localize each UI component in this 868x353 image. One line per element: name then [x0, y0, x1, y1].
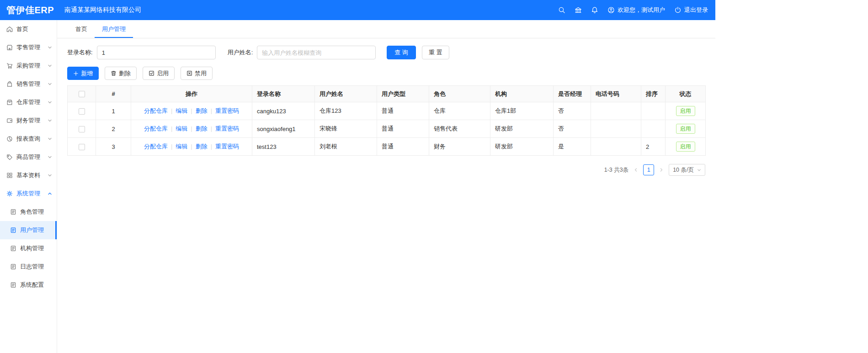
user-menu[interactable]: 欢迎您，测试用户: [607, 6, 665, 14]
separator: [211, 125, 212, 132]
chevron-down-icon: [48, 45, 52, 50]
reset-password-link[interactable]: 重置密码: [215, 143, 239, 150]
table-toolbar: 新增 删除 启用 禁用: [67, 67, 705, 80]
search-icon[interactable]: [558, 6, 565, 14]
add-button[interactable]: 新增: [67, 67, 99, 80]
edit-link[interactable]: 编辑: [176, 107, 187, 114]
x-square-icon: [186, 70, 192, 76]
delete-link[interactable]: 删除: [196, 143, 208, 150]
user-management-page: 登录名称: 用户姓名: 查 询 重 置 新增 删除: [57, 38, 715, 176]
cell-org: 研发部: [490, 120, 554, 138]
plus-icon: [73, 71, 79, 76]
sidebar-subitem-logs[interactable]: 日志管理: [0, 258, 57, 276]
cell-phone: [591, 120, 641, 138]
sidebar-item-basic-data[interactable]: 基本资料: [0, 166, 57, 184]
sidebar-item-reports[interactable]: 报表查询: [0, 130, 57, 148]
row-checkbox[interactable]: [79, 126, 85, 132]
cell-status: 启用: [666, 102, 706, 120]
sidebar-item-warehouse[interactable]: 仓库管理: [0, 93, 57, 111]
reset-button[interactable]: 重 置: [422, 46, 449, 59]
bag-icon: [6, 81, 13, 87]
logout-text: 退出登录: [684, 6, 708, 14]
welcome-text: 欢迎您，测试用户: [618, 6, 665, 14]
assign-warehouse-link[interactable]: 分配仓库: [144, 125, 168, 132]
sidebar-item-system[interactable]: 系统管理: [0, 184, 57, 203]
logout-button[interactable]: 退出登录: [674, 6, 708, 14]
sidebar-subitem-roles[interactable]: 角色管理: [0, 203, 57, 221]
assign-warehouse-link[interactable]: 分配仓库: [144, 143, 168, 150]
home-icon: [6, 26, 13, 32]
page-size-select[interactable]: 10 条/页: [669, 164, 705, 176]
row-checkbox[interactable]: [79, 144, 85, 150]
user-table: # 操作 登录名称 用户姓名 用户类型 角色 机构 是否经理 电话号码 排序 状…: [67, 85, 706, 156]
bell-icon[interactable]: [591, 6, 598, 14]
sidebar-subitem-users[interactable]: 用户管理: [0, 221, 57, 239]
cell-actions: 分配仓库编辑删除重置密码: [131, 138, 252, 156]
app-logo: 管伊佳ERP: [0, 4, 58, 16]
prev-page-icon[interactable]: [634, 168, 638, 172]
sidebar-subitem-organizations[interactable]: 机构管理: [0, 239, 57, 258]
box-icon: [6, 99, 13, 105]
tab-home[interactable]: 首页: [68, 20, 95, 38]
sidebar-item-products[interactable]: 商品管理: [0, 148, 57, 166]
cell-index: 1: [96, 102, 131, 120]
query-button[interactable]: 查 询: [387, 46, 416, 59]
row-checkbox[interactable]: [79, 108, 85, 115]
pagination: 1-3 共3条 1 10 条/页: [67, 164, 705, 176]
reset-password-link[interactable]: 重置密码: [215, 107, 239, 114]
cell-org: 仓库1部: [490, 102, 554, 120]
col-header-index: #: [96, 86, 131, 102]
reset-password-link[interactable]: 重置密码: [215, 125, 239, 132]
current-page[interactable]: 1: [643, 164, 654, 175]
cell-role: 仓库: [429, 102, 490, 120]
sidebar-item-finance[interactable]: 财务管理: [0, 111, 57, 130]
separator: [191, 143, 192, 150]
delete-button[interactable]: 删除: [105, 67, 137, 80]
cell-status: 启用: [666, 138, 706, 156]
login-name-label: 登录名称:: [67, 48, 93, 57]
document-icon: [10, 209, 16, 215]
bank-icon[interactable]: [575, 6, 582, 14]
cell-type: 普通: [377, 102, 429, 120]
chevron-down-icon: [48, 137, 52, 141]
pagination-total: 1-3 共3条: [604, 166, 629, 174]
check-square-icon: [149, 70, 154, 76]
chevron-down-icon: [697, 168, 701, 172]
cell-role: 财务: [429, 138, 490, 156]
cell-login: songxiaofeng1: [252, 120, 315, 138]
cell-type: 普通: [377, 120, 429, 138]
user-name-input[interactable]: [257, 46, 376, 59]
cell-manager: 否: [554, 120, 591, 138]
disable-button[interactable]: 禁用: [181, 67, 213, 80]
grid-icon: [6, 172, 13, 179]
delete-link[interactable]: 删除: [196, 125, 208, 132]
sidebar-item-purchase[interactable]: 采购管理: [0, 57, 57, 75]
assign-warehouse-link[interactable]: 分配仓库: [144, 107, 168, 114]
delete-link[interactable]: 删除: [196, 107, 208, 114]
chevron-down-icon: [48, 155, 52, 159]
col-header-org: 机构: [490, 86, 554, 102]
sidebar-item-home[interactable]: 首页: [0, 20, 57, 38]
next-page-icon[interactable]: [659, 168, 664, 172]
document-icon: [10, 282, 16, 288]
select-all-checkbox[interactable]: [79, 91, 85, 97]
enable-button[interactable]: 启用: [143, 67, 175, 80]
separator: [211, 143, 212, 150]
cell-name: 刘老根: [315, 138, 377, 156]
col-header-type: 用户类型: [377, 86, 429, 102]
sidebar: 首页 零售管理 采购管理 销售管理 仓库管理: [0, 20, 57, 353]
cell-sort: [641, 102, 666, 120]
col-header-role: 角色: [429, 86, 490, 102]
tab-bar: 首页 用户管理: [57, 20, 715, 38]
edit-link[interactable]: 编辑: [176, 143, 187, 150]
edit-link[interactable]: 编辑: [176, 125, 187, 132]
page-size-value: 10 条/页: [673, 166, 694, 174]
sidebar-item-sales[interactable]: 销售管理: [0, 75, 57, 93]
login-name-input[interactable]: [97, 46, 216, 59]
sidebar-item-retail[interactable]: 零售管理: [0, 38, 57, 57]
wallet-icon: [6, 117, 13, 124]
sidebar-subitem-config[interactable]: 系统配置: [0, 276, 57, 294]
cell-phone: [591, 102, 641, 120]
tab-user-management[interactable]: 用户管理: [95, 20, 133, 38]
col-header-name: 用户姓名: [315, 86, 377, 102]
